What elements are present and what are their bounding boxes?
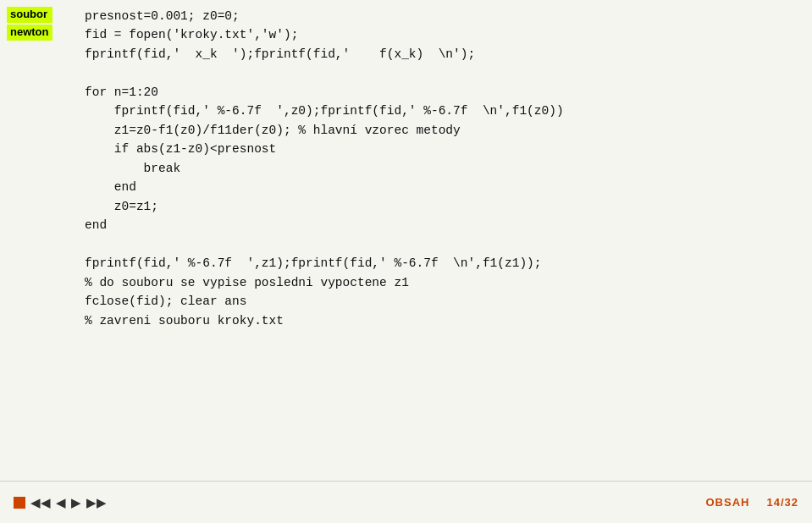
stop-icon — [14, 497, 25, 509]
forward-button[interactable]: ▶▶ — [86, 495, 107, 510]
page-container: soubor newton presnost=0.001; z0=0; fid … — [0, 0, 812, 523]
right-controls: OBSAH 14/32 — [706, 496, 799, 509]
sidebar-label-soubor: soubor — [7, 7, 52, 23]
page-info: 14/32 — [766, 496, 798, 509]
rewind-button[interactable]: ◀◀ — [30, 495, 51, 510]
bottom-bar: ◀◀ ◀ ▶ ▶▶ OBSAH 14/32 — [0, 481, 812, 523]
prev-button[interactable]: ◀ — [56, 495, 66, 510]
obsah-label[interactable]: OBSAH — [706, 496, 750, 509]
sidebar-label-newton: newton — [7, 25, 52, 41]
nav-controls: ◀◀ ◀ ▶ ▶▶ — [14, 495, 107, 510]
sidebar: soubor newton — [7, 7, 52, 41]
next-button[interactable]: ▶ — [71, 495, 81, 510]
stop-button[interactable] — [14, 497, 25, 509]
main-content: presnost=0.001; z0=0; fid = fopen('kroky… — [76, 0, 812, 481]
code-block: presnost=0.001; z0=0; fid = fopen('kroky… — [85, 7, 795, 330]
